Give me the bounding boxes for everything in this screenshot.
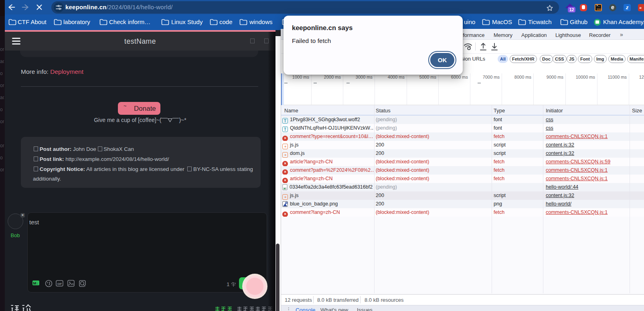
svg-text:GIF: GIF <box>57 283 62 285</box>
